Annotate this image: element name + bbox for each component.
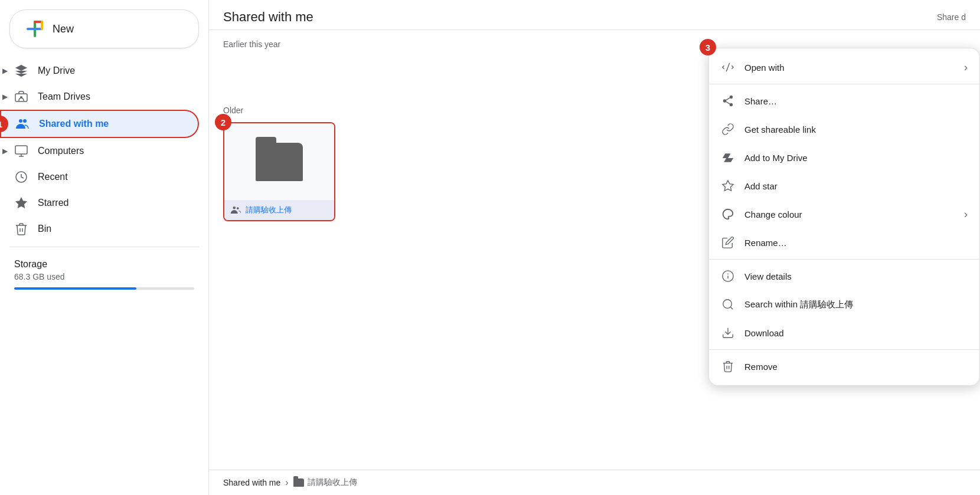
bin-icon — [14, 222, 28, 236]
menu-item-change-colour[interactable]: Change colour › — [709, 200, 979, 228]
breadcrumb-folder-name: 請購驗收上傳 — [308, 477, 357, 488]
step-badge-3: 3 — [700, 39, 716, 55]
recent-icon — [14, 170, 28, 184]
breadcrumb-folder-icon — [293, 478, 304, 487]
storage-section: Storage 68.3 GB used — [0, 252, 208, 297]
shared-with-me-icon — [15, 117, 30, 131]
svg-point-15 — [730, 96, 733, 99]
sidebar-item-label: Team Drives — [38, 91, 90, 102]
star-icon — [721, 179, 735, 193]
download-icon — [721, 326, 735, 340]
folder-preview — [224, 123, 334, 200]
breadcrumb-root[interactable]: Shared with me — [223, 478, 280, 487]
svg-point-23 — [729, 211, 730, 213]
folder-item[interactable]: 請購驗收上傳 — [223, 122, 335, 221]
remove-icon — [721, 359, 735, 373]
svg-point-13 — [233, 206, 236, 209]
folder-shared-icon — [230, 205, 241, 215]
sidebar-divider — [9, 247, 199, 247]
storage-bar-fill — [14, 287, 136, 290]
sidebar-item-bin[interactable]: Bin — [0, 216, 199, 242]
page-title: Shared with me — [223, 9, 313, 25]
menu-item-add-star[interactable]: Add star — [709, 172, 979, 200]
share-d-label: Share d — [937, 12, 966, 22]
palette-icon — [721, 207, 735, 221]
chevron-right-icon: › — [964, 208, 968, 221]
rename-icon — [721, 235, 735, 250]
folder-large-icon — [256, 143, 303, 181]
menu-item-remove[interactable]: Remove — [709, 352, 979, 381]
sidebar-item-label: Starred — [38, 198, 68, 208]
sidebar-item-recent[interactable]: Recent — [0, 164, 199, 190]
menu-item-get-link[interactable]: Get shareable link — [709, 115, 979, 143]
menu-divider — [709, 349, 979, 350]
menu-item-label: Change colour — [744, 209, 955, 219]
team-drives-icon — [14, 90, 28, 104]
sidebar-item-my-drive[interactable]: ▶ My Drive — [0, 58, 199, 84]
menu-item-label: Add to My Drive — [744, 153, 968, 163]
link-icon — [721, 122, 735, 136]
menu-item-label: Rename… — [744, 238, 968, 248]
computers-icon — [14, 144, 28, 158]
new-button[interactable]: New — [9, 9, 199, 48]
starred-icon — [14, 196, 28, 210]
svg-point-17 — [730, 103, 733, 107]
menu-item-label: Search within 請購驗收上傳 — [744, 299, 968, 310]
plus-icon — [24, 18, 45, 40]
storage-bar — [14, 287, 194, 290]
chevron-right-icon: › — [964, 61, 968, 74]
menu-item-label: Open with — [744, 63, 955, 73]
sidebar-item-computers[interactable]: ▶ Computers — [0, 138, 199, 164]
menu-item-add-to-drive[interactable]: Add to My Drive — [709, 143, 979, 172]
search-icon — [721, 297, 735, 312]
sidebar-item-starred[interactable]: Starred — [0, 190, 199, 216]
my-drive-icon — [14, 64, 28, 78]
sidebar-item-label: Bin — [38, 224, 51, 234]
sidebar-item-label: My Drive — [38, 65, 75, 76]
main-body: Earlier this year Older 2 — [209, 30, 980, 495]
svg-point-14 — [237, 207, 239, 209]
arrow-icon: ▶ — [2, 147, 8, 155]
svg-line-18 — [726, 101, 730, 104]
info-icon — [721, 269, 735, 283]
svg-line-29 — [730, 307, 733, 309]
sidebar: New ▶ My Drive ▶ Team Drives 1 — [0, 0, 209, 495]
menu-item-open-with[interactable]: Open with › — [709, 53, 979, 81]
arrow-icon: ▶ — [2, 93, 8, 101]
breadcrumb-folder-item: 請購驗收上傳 — [293, 477, 357, 488]
sidebar-item-team-drives[interactable]: ▶ Team Drives — [0, 84, 199, 110]
menu-item-download[interactable]: Download — [709, 319, 979, 347]
menu-item-label: Remove — [744, 362, 968, 372]
menu-item-label: Share… — [744, 96, 968, 106]
open-with-icon — [721, 60, 735, 74]
sidebar-item-label: Recent — [38, 172, 68, 182]
folder-item-wrapper: 2 — [223, 122, 335, 221]
menu-item-view-details[interactable]: View details — [709, 262, 979, 290]
arrow-icon: ▶ — [2, 67, 8, 75]
share-icon — [721, 94, 735, 108]
context-menu: 3 Open with › — [708, 48, 980, 386]
sidebar-item-shared-with-me[interactable]: Shared with me — [0, 110, 199, 138]
header-actions: Share d — [937, 12, 966, 22]
main-content: Shared with me Share d Earlier this year… — [209, 0, 980, 495]
svg-marker-20 — [723, 181, 733, 191]
breadcrumb-separator: › — [285, 477, 288, 488]
svg-point-24 — [730, 213, 732, 215]
menu-item-search-within[interactable]: Search within 請購驗收上傳 — [709, 290, 979, 319]
menu-item-label: Download — [744, 328, 968, 338]
add-to-drive-icon — [721, 150, 735, 165]
svg-point-16 — [723, 99, 727, 103]
menu-item-label: Add star — [744, 181, 968, 191]
main-header: Shared with me Share d — [209, 0, 980, 30]
svg-point-21 — [724, 213, 726, 215]
storage-used: 68.3 GB used — [14, 272, 194, 281]
new-label: New — [53, 23, 74, 35]
breadcrumb: Shared with me › 請購驗收上傳 — [209, 470, 980, 495]
sidebar-item-label: Shared with me — [39, 119, 109, 129]
svg-marker-12 — [15, 197, 27, 208]
menu-item-label: Get shareable link — [744, 124, 968, 135]
menu-item-share[interactable]: Share… — [709, 87, 979, 115]
menu-item-rename[interactable]: Rename… — [709, 228, 979, 257]
folder-name: 請購驗收上傳 — [246, 205, 292, 215]
folder-info: 請購驗收上傳 — [224, 200, 334, 220]
